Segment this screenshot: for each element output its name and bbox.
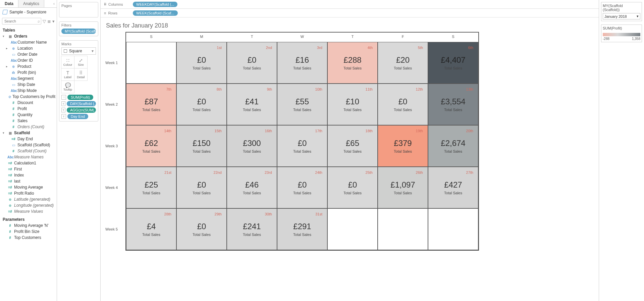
calendar-cell[interactable]: 8th£0Total Sales <box>176 84 227 125</box>
mark-slot-icon[interactable]: ∷ <box>61 95 66 100</box>
calendar-cell[interactable]: 5th£20Total Sales <box>378 42 428 84</box>
calendar-cell[interactable]: 28th£4Total Sales <box>126 208 176 250</box>
viz-title[interactable]: Sales for January 2018 <box>101 17 599 32</box>
calendar-cell[interactable]: 29th£0Total Sales <box>176 208 227 250</box>
calendar-cell[interactable]: 30th£241Total Sales <box>227 208 277 250</box>
table-scaffold[interactable]: ▾▦Scaffold <box>1 130 55 136</box>
field-ship-date[interactable]: ▭Ship Date <box>1 82 55 88</box>
field-profit[interactable]: #Profit <box>1 106 55 112</box>
week-header[interactable]: Week 1 <box>104 42 125 84</box>
calendar-cell[interactable] <box>327 208 378 250</box>
rows-shelf[interactable]: ≡Rows WEEK(Scaffold (Scaf... <box>101 9 599 17</box>
field-orders-count-[interactable]: #Orders (Count) <box>1 124 55 130</box>
tab-data[interactable]: Data <box>0 0 18 7</box>
calendar-cell[interactable]: 2nd£0Total Sales <box>227 42 277 84</box>
calendar-cell[interactable]: 17th£0Total Sales <box>277 125 327 167</box>
rows-pill[interactable]: WEEK(Scaffold (Scaf... <box>133 10 178 16</box>
weekday-header[interactable]: M <box>176 33 227 42</box>
field-moving-average-n-[interactable]: #Moving Average 'N' <box>1 222 55 229</box>
field-location[interactable]: ▸⊕Location <box>1 45 55 51</box>
mark-label-button[interactable]: TLabel <box>61 68 74 81</box>
calendar-cell[interactable]: 20th£2,674Total Sales <box>428 125 478 167</box>
quick-filter-dropdown[interactable]: January 2018 ▾ <box>603 13 640 19</box>
week-header[interactable]: Week 2 <box>104 84 125 125</box>
field-segment[interactable]: AbcSegment <box>1 76 55 82</box>
mark-pill[interactable]: DAY(Scaffold (... <box>67 101 96 106</box>
weekday-header[interactable]: F <box>378 33 428 42</box>
search-input[interactable] <box>2 18 41 24</box>
field-scaffold-scaffold-[interactable]: ▭Scaffold (Scaffold) <box>1 142 55 148</box>
calendar-cell[interactable]: 19th£379Total Sales <box>378 125 428 167</box>
weekday-header[interactable]: S <box>428 33 478 42</box>
calendar-cell[interactable]: 7th£87Total Sales <box>126 84 176 125</box>
field-profit-bin-[interactable]: ılıProfit (bin) <box>1 69 55 76</box>
mark-pill[interactable]: SUM(Profit) <box>67 95 93 100</box>
calendar-cell[interactable]: 11th£10Total Sales <box>327 84 378 125</box>
field-top-customers-by-profit[interactable]: ⊘Top Customers by Profit <box>1 94 55 100</box>
field-latitude-generated-[interactable]: ⊕Latitude (generated) <box>1 196 55 202</box>
field-top-customers[interactable]: #Top Customers <box>1 235 55 241</box>
tab-analytics[interactable]: Analytics <box>18 0 44 7</box>
field-profit-ratio[interactable]: =#Profit Ratio <box>1 190 55 196</box>
filters-shelf[interactable]: Filters MY(Scaffold (Scaffol.. <box>59 21 98 36</box>
mark-slot-icon[interactable]: T <box>61 101 65 106</box>
table-orders[interactable]: ▾▦Orders <box>1 33 55 39</box>
calendar-cell[interactable] <box>428 208 478 250</box>
calendar-cell[interactable]: 1st£0Total Sales <box>176 42 227 84</box>
weekday-header[interactable]: W <box>277 33 327 42</box>
mark-type-dropdown[interactable]: Square <box>61 47 96 55</box>
filter-icon[interactable]: ▽ <box>43 19 46 24</box>
calendar-cell[interactable]: 22nd£0Total Sales <box>176 167 227 208</box>
calendar-cell[interactable]: 27th£427Total Sales <box>428 167 478 208</box>
field-order-id[interactable]: AbcOrder ID <box>1 57 55 63</box>
field-order-date[interactable]: ▭Order Date <box>1 51 55 57</box>
field-moving-average[interactable]: =#Moving Average <box>1 184 55 190</box>
calendar-cell[interactable]: 14th£62Total Sales <box>126 125 176 167</box>
mark-pill[interactable]: AGG(zn(SUM(... <box>67 107 96 113</box>
field-last[interactable]: =#last <box>1 178 55 184</box>
field-customer-name[interactable]: AbcCustomer Name <box>1 39 55 45</box>
calendar-cell[interactable]: 10th£55Total Sales <box>277 84 327 125</box>
mark-slot-icon[interactable]: T <box>61 114 66 119</box>
field-quantity[interactable]: #Quantity <box>1 112 55 118</box>
pages-shelf[interactable]: Pages <box>59 2 98 17</box>
mark-size-button[interactable]: ⤢Size <box>74 56 88 68</box>
field-measure-values[interactable]: =#Measure Values <box>1 208 55 214</box>
calendar-cell[interactable]: 3rd£16Total Sales <box>277 42 327 84</box>
field-sales[interactable]: #Sales <box>1 118 55 124</box>
color-legend[interactable]: SUM(Profit) -288 1,358 <box>601 24 642 42</box>
calendar-cell[interactable]: 26th£1,097Total Sales <box>378 167 428 208</box>
datasource-row[interactable]: Sample - Superstore <box>0 8 57 16</box>
field-measure-names[interactable]: AbcMeasure Names <box>1 154 55 160</box>
mark-detail-button[interactable]: ⠿Detail <box>74 68 88 81</box>
calendar-cell[interactable] <box>126 42 176 84</box>
collapse-pane-icon[interactable]: ‹ <box>51 0 57 7</box>
field-day-end[interactable]: =#Day End <box>1 136 55 142</box>
field-profit-bin-size[interactable]: #Profit Bin Size <box>1 229 55 235</box>
field-calculation1[interactable]: =#Calculation1 <box>1 160 55 166</box>
weekday-header[interactable]: T <box>227 33 277 42</box>
columns-shelf[interactable]: ⅲColumns WEEKDAY(Scaffold (... <box>101 0 599 9</box>
view-list-icon[interactable]: ≣ <box>47 19 51 24</box>
mark-colour-button[interactable]: ∷Colour <box>61 56 74 68</box>
field-longitude-generated-[interactable]: ⊕Longitude (generated) <box>1 202 55 208</box>
calendar-cell[interactable]: 15th£150Total Sales <box>176 125 227 167</box>
mark-slot-icon[interactable]: T <box>61 108 65 112</box>
week-header[interactable]: Week 3 <box>104 125 125 167</box>
mark-pill[interactable]: Day End <box>67 114 88 119</box>
filter-pill[interactable]: MY(Scaffold (Scaffol.. <box>61 29 96 34</box>
calendar-cell[interactable]: 12th£0Total Sales <box>378 84 428 125</box>
columns-pill[interactable]: WEEKDAY(Scaffold (... <box>133 2 177 7</box>
field-scaffold-count-[interactable]: #Scaffold (Count) <box>1 148 55 154</box>
calendar-cell[interactable]: 21st£25Total Sales <box>126 167 176 208</box>
week-header[interactable]: Week 5 <box>104 208 125 250</box>
menu-icon[interactable]: ▾ <box>52 19 55 24</box>
calendar-cell[interactable]: 24th£0Total Sales <box>277 167 327 208</box>
field-first[interactable]: =#First <box>1 166 55 172</box>
field-ship-mode[interactable]: AbcShip Mode <box>1 88 55 94</box>
calendar-cell[interactable]: 4th£288Total Sales <box>327 42 378 84</box>
calendar-cell[interactable]: 6th£4,407Total Sales <box>428 42 478 84</box>
week-header[interactable]: Week 4 <box>104 167 125 208</box>
mark-tooltip-button[interactable]: 💬Tooltip <box>61 81 74 93</box>
calendar-cell[interactable]: 13th£3,554Total Sales <box>428 84 478 125</box>
